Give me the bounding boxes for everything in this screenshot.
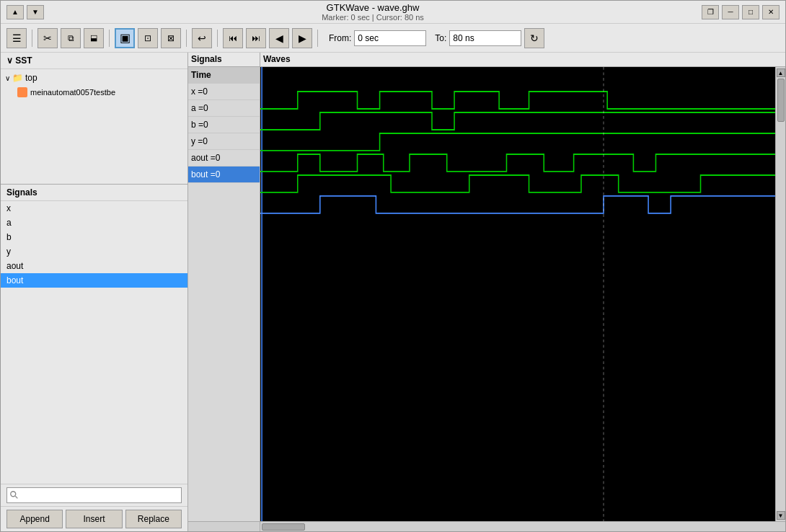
sst-tree[interactable]: ∨ 📁 top meinautomat0057testbe xyxy=(1,69,187,185)
signals-col: Time x =0 a =0 b =0 y =0 aout xyxy=(188,67,260,521)
wave-x xyxy=(260,92,775,109)
title-bar-controls: ❐ ─ □ ✕ xyxy=(702,5,780,19)
main-window: ▲ ▼ GTKWave - wave.ghw Marker: 0 sec | C… xyxy=(0,0,786,532)
waves-header: Signals Waves xyxy=(188,53,785,67)
wave-b xyxy=(260,133,775,151)
zoom-fit-button[interactable]: ⊡ xyxy=(138,28,158,48)
wave-a xyxy=(260,112,775,130)
signal-row-x: x =0 xyxy=(188,84,260,100)
signals-title: Signals xyxy=(6,187,37,198)
toolbar: ☰ ✂ ⧉ ⬓ ▣ ⊡ ⊠ ↩ ⏮ ⏭ ◀ ▶ From: To: ↻ xyxy=(1,24,785,53)
signal-time-label: Time xyxy=(191,70,211,80)
signal-bout[interactable]: bout xyxy=(1,273,187,288)
right-area: Signals Waves Time x =0 a =0 xyxy=(188,53,785,531)
folder-icon-top: 📁 xyxy=(12,72,23,84)
wave-y xyxy=(260,154,775,172)
waveform-svg xyxy=(260,67,775,521)
sst-panel: ∨ SST ∨ 📁 top meinautomat0057testbe xyxy=(1,53,188,531)
waves-header-waves-label: Waves xyxy=(260,53,785,66)
tree-label-component: meinautomat0057testbe xyxy=(30,88,115,97)
undo-button[interactable]: ↩ xyxy=(192,28,212,48)
signal-x[interactable]: x xyxy=(1,201,187,216)
scroll-thumb[interactable] xyxy=(777,79,785,122)
sst-title: SST xyxy=(15,56,32,66)
signal-a-label: a =0 xyxy=(191,103,208,113)
signal-row-a: a =0 xyxy=(188,100,260,117)
signal-row-bout: bout =0 xyxy=(188,167,260,183)
start-button[interactable]: ⏮ xyxy=(223,28,243,48)
tree-arrow-top: ∨ xyxy=(5,74,10,82)
hamburger-button[interactable]: ☰ xyxy=(6,28,27,48)
signal-b[interactable]: b xyxy=(1,230,187,244)
minimize-btn[interactable]: ─ xyxy=(722,5,739,19)
sep4 xyxy=(217,30,218,47)
sep2 xyxy=(109,30,110,47)
title-down-btn[interactable]: ▼ xyxy=(27,5,44,19)
tree-item-top[interactable]: ∨ 📁 top xyxy=(2,71,186,85)
window-title: GTKWave - wave.ghw xyxy=(327,2,420,13)
title-bar-center: GTKWave - wave.ghw Marker: 0 sec | Curso… xyxy=(44,2,702,22)
signal-aout[interactable]: aout xyxy=(1,259,187,273)
tree-label-top: top xyxy=(25,73,37,83)
title-bar: ▲ ▼ GTKWave - wave.ghw Marker: 0 sec | C… xyxy=(1,1,785,24)
append-button[interactable]: Append xyxy=(6,510,63,528)
wave-aout xyxy=(260,175,775,192)
close-btn[interactable]: ✕ xyxy=(762,5,780,19)
sep3 xyxy=(186,30,187,47)
replace-button[interactable]: Replace xyxy=(125,510,182,528)
tree-item-component[interactable]: meinautomat0057testbe xyxy=(14,85,186,99)
horizontal-scroll-thumb[interactable] xyxy=(262,523,305,531)
sst-toggle[interactable]: ∨ xyxy=(6,56,15,66)
sep1 xyxy=(32,30,32,47)
restore-btn[interactable]: ❐ xyxy=(702,5,719,19)
scroll-track xyxy=(776,77,785,511)
window-subtitle: Marker: 0 sec | Cursor: 80 ns xyxy=(322,13,424,22)
copy-button[interactable]: ⧉ xyxy=(61,28,81,48)
signals-search-area xyxy=(1,484,187,506)
reload-button[interactable]: ↻ xyxy=(524,28,544,48)
signal-row-aout: aout =0 xyxy=(188,150,260,167)
end-button[interactable]: ⏭ xyxy=(246,28,266,48)
signals-header: Signals xyxy=(1,185,187,201)
signal-y-label: y =0 xyxy=(191,136,208,146)
wave-area[interactable] xyxy=(260,67,775,521)
from-input[interactable] xyxy=(354,30,426,46)
bottom-scroll-waves[interactable] xyxy=(260,522,785,531)
insert-button[interactable]: Insert xyxy=(66,510,122,528)
to-input[interactable] xyxy=(449,30,521,46)
title-bar-left: ▲ ▼ xyxy=(6,5,44,19)
scroll-down-btn[interactable]: ▼ xyxy=(777,511,785,520)
maximize-btn[interactable]: □ xyxy=(742,5,759,19)
waves-body: Time x =0 a =0 b =0 y =0 aout xyxy=(188,67,785,521)
next-button[interactable]: ▶ xyxy=(292,28,312,48)
main-area: ∨ SST ∨ 📁 top meinautomat0057testbe xyxy=(1,53,785,531)
waves-header-signals-label: Signals xyxy=(188,53,260,66)
signal-x-label: x =0 xyxy=(191,87,208,97)
scroll-up-btn[interactable]: ▲ xyxy=(777,68,785,77)
signals-buttons: Append Insert Replace xyxy=(1,506,187,531)
signal-row-time: Time xyxy=(188,67,260,84)
signal-a[interactable]: a xyxy=(1,216,187,230)
signal-y[interactable]: y xyxy=(1,244,187,259)
paste-button[interactable]: ⬓ xyxy=(84,28,104,48)
signal-bout-label: bout =0 xyxy=(191,169,220,179)
bottom-scrollbar-area xyxy=(188,521,785,531)
signal-row-b: b =0 xyxy=(188,117,260,133)
signals-list[interactable]: x a b y aout bout xyxy=(1,201,187,484)
title-up-btn[interactable]: ▲ xyxy=(6,5,24,19)
cut-button[interactable]: ✂ xyxy=(37,28,58,48)
bottom-scroll-signals xyxy=(188,522,260,531)
component-icon xyxy=(17,87,28,98)
signals-lower: Signals x a b y aout bout Append Insert … xyxy=(1,185,187,531)
sst-header: ∨ SST xyxy=(1,53,187,69)
signal-b-label: b =0 xyxy=(191,120,208,130)
select-all-button[interactable]: ▣ xyxy=(115,28,135,48)
zoom-select-button[interactable]: ⊠ xyxy=(161,28,181,48)
prev-button[interactable]: ◀ xyxy=(269,28,289,48)
sep5 xyxy=(317,30,318,47)
from-label: From: xyxy=(329,33,351,43)
wave-bout xyxy=(260,196,775,213)
signal-search-input[interactable] xyxy=(6,487,182,503)
to-label: To: xyxy=(435,33,446,43)
vertical-scrollbar[interactable]: ▲ ▼ xyxy=(775,67,785,521)
